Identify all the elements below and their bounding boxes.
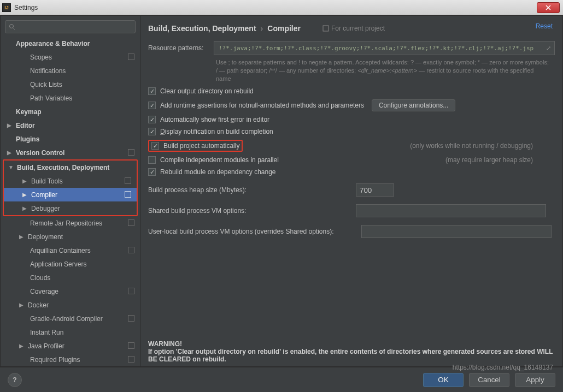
search-icon — [9, 23, 15, 30]
project-icon — [128, 219, 134, 226]
chevron-right-icon: ▶ — [22, 178, 29, 184]
help-button[interactable]: ? — [8, 373, 22, 387]
cancel-button[interactable]: Cancel — [469, 373, 509, 387]
shared-vm-row: Shared build process VM options: — [148, 204, 555, 217]
warning-text: WARNING! If option 'Clear output directo… — [148, 340, 555, 363]
label: Plugins — [16, 135, 39, 143]
shared-vm-input[interactable] — [356, 204, 546, 217]
label: Coverage — [30, 288, 58, 295]
sidebar-item-coverage[interactable]: Coverage — [1, 284, 140, 298]
project-icon — [128, 342, 134, 349]
window-title: Settings — [14, 4, 38, 11]
label: Instant Run — [30, 329, 63, 336]
label: Version Control — [16, 149, 64, 157]
label: Compile independent modules in parallel — [160, 156, 279, 164]
sidebar-item-instantrun[interactable]: Instant Run — [1, 325, 140, 339]
label: Appearance & Behavior — [16, 40, 90, 47]
check-display-notification[interactable]: Display notification on build completion — [148, 128, 555, 135]
warning-head: WARNING! — [148, 340, 182, 348]
search-input[interactable] — [17, 23, 132, 31]
reset-link[interactable]: Reset — [536, 22, 553, 30]
local-vm-input[interactable] — [361, 225, 552, 238]
ok-button[interactable]: OK — [423, 373, 464, 387]
label: Notifications — [30, 67, 66, 75]
highlight-box-sidebar: ▼Build, Execution, Deployment ▶Build Too… — [3, 159, 138, 216]
heap-size-label: Build process heap size (Mbytes): — [148, 186, 356, 194]
label: Scopes — [30, 54, 52, 61]
resource-patterns-input[interactable]: !?*.java;!?*.form;!?*.class;!?*.groovy;!… — [214, 41, 555, 55]
shared-vm-label: Shared build process VM options: — [148, 207, 356, 215]
sidebar-item-pathvars[interactable]: Path Variables — [1, 91, 140, 105]
search-input-wrap[interactable] — [5, 20, 136, 33]
sidebar-item-arquillian[interactable]: Arquillian Containers — [1, 243, 140, 257]
local-vm-row: User-local build process VM options (ove… — [148, 225, 555, 238]
chevron-right-icon: ▶ — [19, 234, 26, 240]
chevron-right-icon: ▶ — [7, 122, 14, 128]
resource-patterns-label: Resource patterns: — [148, 44, 214, 52]
label: Java Profiler — [28, 342, 64, 350]
sidebar-item-scopes[interactable]: Scopes — [1, 50, 140, 64]
checkbox[interactable] — [148, 128, 156, 135]
checkbox[interactable] — [148, 116, 156, 123]
chevron-right-icon: ▶ — [7, 150, 14, 156]
sidebar-item-editor[interactable]: ▶Editor — [1, 118, 140, 132]
note: (may require larger heap size) — [445, 156, 533, 164]
check-clear-output[interactable]: Clear output directory on rebuild — [148, 87, 555, 95]
heap-size-row: Build process heap size (Mbytes): — [148, 183, 555, 197]
expand-icon[interactable]: ⤢ — [546, 45, 551, 52]
check-rebuild-dep[interactable]: Rebuild module on dependency change — [148, 168, 555, 176]
check-auto-show-error[interactable]: Automatically show first error in editor — [148, 116, 555, 123]
sidebar-item-debugger[interactable]: ▶Debugger — [4, 201, 137, 215]
sidebar-item-vcs[interactable]: ▶Version Control — [1, 146, 140, 159]
sidebar-item-requiredplugins[interactable]: Required Plugins — [1, 353, 140, 366]
svg-line-1 — [13, 28, 15, 29]
window-close-button[interactable] — [537, 2, 560, 13]
project-icon — [128, 315, 134, 322]
sidebar: Appearance & Behavior Scopes Notificatio… — [1, 16, 140, 366]
sidebar-item-notifications[interactable]: Notifications — [1, 64, 140, 78]
sidebar-item-remotejar[interactable]: Remote Jar Repositories — [1, 216, 140, 230]
app-icon: IJ — [2, 3, 11, 12]
sidebar-item-buildtools[interactable]: ▶Build Tools — [4, 174, 137, 188]
button-bar: ? OK Cancel Apply — [0, 367, 563, 392]
sidebar-item-gradle-android[interactable]: Gradle-Android Compiler — [1, 312, 140, 325]
checkbox[interactable] — [148, 168, 156, 176]
sidebar-item-plugins[interactable]: Plugins — [1, 132, 140, 146]
breadcrumb-leaf: Compiler — [267, 24, 301, 33]
sidebar-item-appearance[interactable]: Appearance & Behavior — [1, 37, 140, 50]
sidebar-item-keymap[interactable]: Keymap — [1, 105, 140, 118]
chevron-right-icon: ▶ — [22, 192, 29, 198]
checkbox[interactable] — [148, 87, 156, 95]
checkbox[interactable] — [148, 102, 156, 109]
sidebar-item-docker[interactable]: ▶Docker — [1, 298, 140, 312]
label: Debugger — [31, 205, 60, 212]
label: Path Variables — [30, 94, 72, 102]
check-parallel[interactable]: Compile independent modules in parallel … — [148, 156, 555, 164]
breadcrumb: Build, Execution, Deployment › Compiler … — [148, 21, 555, 35]
sidebar-item-appservers[interactable]: Application Servers — [1, 257, 140, 271]
sidebar-item-quicklists[interactable]: Quick Lists — [1, 78, 140, 91]
project-icon — [128, 288, 134, 294]
label: Rebuild module on dependency change — [160, 168, 276, 176]
breadcrumb-root[interactable]: Build, Execution, Deployment — [148, 24, 256, 33]
checkbox[interactable] — [151, 142, 159, 150]
check-build-auto[interactable]: Build project automatically (only works … — [148, 140, 555, 152]
check-runtime-assertions[interactable]: Add runtime assertions for notnull-annot… — [148, 99, 555, 111]
label: Build Tools — [31, 177, 63, 185]
checkbox[interactable] — [148, 156, 156, 164]
sidebar-item-compiler[interactable]: ▶Compiler — [4, 188, 137, 201]
sidebar-item-deployment[interactable]: ▶Deployment — [1, 230, 140, 243]
sidebar-item-javaprofiler[interactable]: ▶Java Profiler — [1, 339, 140, 353]
heap-size-input[interactable] — [356, 183, 394, 197]
label: Remote Jar Repositories — [30, 219, 102, 227]
sidebar-item-build[interactable]: ▼Build, Execution, Deployment — [4, 161, 137, 174]
value: !?*.java;!?*.form;!?*.class;!?*.groovy;!… — [219, 45, 533, 52]
sidebar-item-clouds[interactable]: Clouds — [1, 271, 140, 284]
configure-annotations-button[interactable]: Configure annotations... — [372, 99, 455, 111]
project-icon — [128, 149, 134, 156]
chevron-right-icon: › — [261, 24, 263, 33]
apply-button[interactable]: Apply — [515, 373, 555, 387]
note: (only works while not running / debuggin… — [410, 142, 533, 150]
label: Build project automatically — [163, 142, 239, 150]
scope-label: For current project — [322, 25, 385, 32]
